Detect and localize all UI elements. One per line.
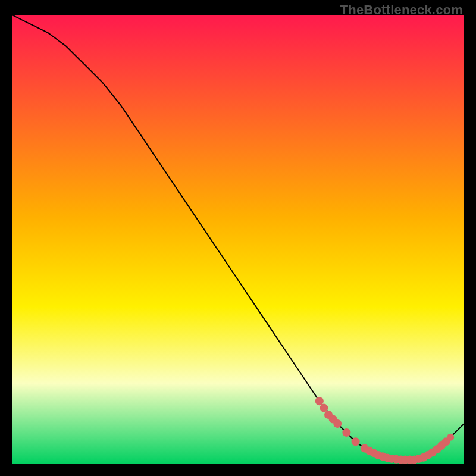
curve-dot <box>333 419 342 428</box>
chart-container: TheBottleneck.com <box>0 0 476 476</box>
curve-dot <box>447 434 454 441</box>
curve-dot <box>342 428 350 437</box>
curve-dot <box>320 404 328 412</box>
chart-svg <box>12 15 464 464</box>
curve-dot <box>352 437 360 446</box>
gradient-background <box>12 15 464 464</box>
plot-area <box>12 15 464 464</box>
